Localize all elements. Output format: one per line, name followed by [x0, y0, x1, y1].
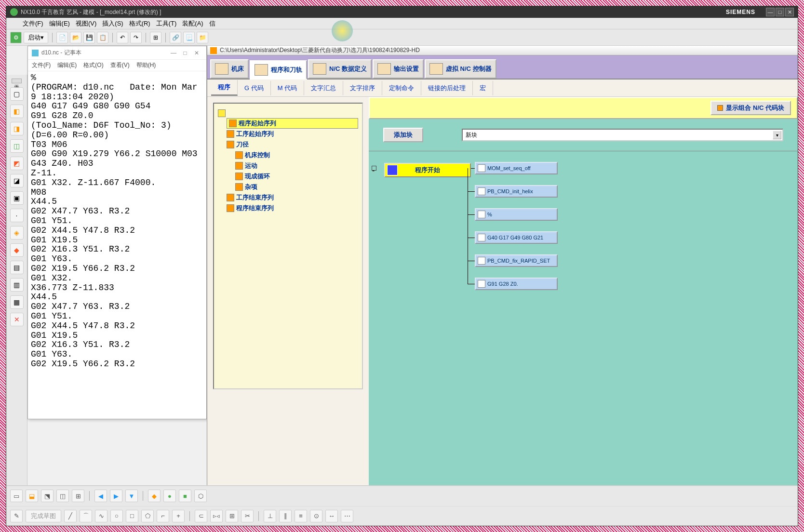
notepad-titlebar[interactable]: d10.nc - 记事本 — □ ✕ [28, 46, 206, 60]
menu-file[interactable]: 文件(F) [23, 19, 43, 28]
subtab-word-summary[interactable]: 文字汇总 [304, 81, 343, 95]
sequence-tree[interactable]: 程序起始序列 工序起始序列 刀径 机床控制 运动 现成循环 杂项 工序结束序列 … [213, 103, 363, 389]
np-menu-view[interactable]: 查看(V) [110, 61, 130, 69]
tb-shape1-icon[interactable]: ◆ [148, 490, 161, 502]
menu-view[interactable]: 视图(V) [76, 19, 96, 28]
block-g40-init[interactable]: G40 G17 G49 G80 G21 [475, 231, 558, 244]
menu-info[interactable]: 信 [209, 19, 215, 28]
tb-poly-icon[interactable]: ⬠ [141, 510, 154, 522]
sb-part-icon[interactable]: ▢ [10, 87, 24, 101]
block-fix-rapid[interactable]: PB_CMD_fix_RAPID_SET [475, 254, 558, 267]
sb-blank3-icon[interactable]: ▤ [10, 261, 24, 274]
subtab-macro[interactable]: 宏 [473, 81, 493, 95]
tb-constraint2-icon[interactable]: ∥ [279, 510, 292, 522]
tb-plus-icon[interactable]: + [172, 510, 185, 522]
menu-tools[interactable]: 工具(T) [156, 19, 177, 28]
open-file-icon[interactable]: 📂 [70, 32, 81, 43]
gear-icon[interactable]: ⚙ [10, 32, 22, 43]
selection-filter-label[interactable]: 无选 [12, 79, 22, 83]
sequence-diagram[interactable]: - 程序开始 MOM_set_seq_off PB_CMD_init_helix… [369, 151, 798, 501]
np-maximize-icon[interactable]: □ [179, 50, 191, 56]
subtab-program[interactable]: 程序 [211, 80, 238, 96]
sb-cube-icon[interactable]: ◫ [10, 139, 24, 153]
launch-button[interactable]: 启动 ▾ [24, 32, 48, 43]
tb-arc-icon[interactable]: ⌒ [80, 510, 92, 522]
tb-arrow-right-icon[interactable]: ▶ [110, 490, 122, 502]
tree-misc[interactable]: 杂项 [235, 182, 358, 192]
dropdown-arrow-icon[interactable]: ▾ [773, 131, 781, 139]
tb-shape4-icon[interactable]: ⬡ [194, 490, 207, 502]
block-percent[interactable]: % [475, 208, 558, 221]
tb-arrow-left-icon[interactable]: ◀ [94, 490, 107, 502]
doc-icon[interactable]: 📃 [183, 32, 195, 43]
tree-op-end[interactable]: 工序结束序列 [227, 192, 358, 203]
tree-canned-cycle[interactable]: 现成循环 [235, 171, 358, 182]
tb-constraint1-icon[interactable]: ⊥ [264, 510, 276, 522]
sb-assembly-icon[interactable]: ◩ [10, 157, 24, 170]
tb-dim-icon[interactable]: ↔ [325, 510, 338, 522]
tb-rect-icon[interactable]: ▭ [10, 490, 23, 502]
tree-op-start[interactable]: 工序起始序列 [227, 129, 358, 139]
notepad-text-content[interactable]: % (PROGRAM: d10.nc Date: Mon Mar 9 18:13… [28, 71, 206, 419]
tb-shape3-icon[interactable]: ■ [179, 490, 191, 502]
tb-rect2-icon[interactable]: □ [126, 510, 138, 522]
menu-edit[interactable]: 编辑(E) [49, 19, 70, 28]
tb-arrow-down-icon[interactable]: ▼ [125, 490, 138, 502]
tab-nc-data[interactable]: N/C 数据定义 [308, 59, 372, 79]
tb-pattern-icon[interactable]: ⊞ [226, 510, 238, 522]
subtab-custom-cmd[interactable]: 定制命令 [382, 81, 421, 95]
sb-dot-icon[interactable]: · [10, 209, 24, 222]
np-menu-edit[interactable]: 编辑(E) [57, 61, 77, 69]
link-icon[interactable]: 🔗 [170, 32, 181, 43]
sb-box-icon[interactable]: ◨ [10, 122, 24, 135]
menu-format[interactable]: 格式(R) [129, 19, 150, 28]
tb-fillet-icon[interactable]: ⌐ [157, 510, 169, 522]
save-icon[interactable]: 💾 [83, 32, 95, 43]
tab-machine[interactable]: 机床 [210, 59, 249, 79]
block-g91-g28[interactable]: G91 G28 Z0. [475, 278, 558, 290]
tree-program-end[interactable]: 程序结束序列 [227, 203, 358, 213]
sb-blank5-icon[interactable]: ▦ [10, 295, 24, 309]
display-combined-toggle[interactable]: 显示组合 N/C 代码块 [710, 101, 791, 115]
minimize-icon[interactable]: — [766, 8, 775, 16]
collapse-toggle-icon[interactable]: - [372, 166, 376, 171]
np-minimize-icon[interactable]: — [168, 50, 179, 56]
tree-root-icon[interactable] [218, 108, 358, 118]
tb-offset-icon[interactable]: ⊂ [195, 510, 207, 522]
add-block-button[interactable]: 添加块 [383, 128, 423, 142]
tb-app1-icon[interactable]: ⬓ [26, 490, 38, 502]
tb-circle-icon[interactable]: ○ [110, 510, 123, 522]
tab-output[interactable]: 输出设置 [373, 59, 424, 79]
pb-titlebar[interactable]: C:\Users\Administrator\Desktop\三菱新代自动换刀\… [207, 46, 798, 55]
save-as-icon[interactable]: 📋 [97, 32, 108, 43]
sb-layer-icon[interactable]: ◈ [10, 226, 24, 239]
sb-prism-icon[interactable]: ◆ [10, 243, 24, 257]
sb-pin-icon[interactable]: ✕ [10, 313, 24, 326]
tb-trim-icon[interactable]: ✂ [241, 510, 254, 522]
tab-program-toolpath[interactable]: 程序和刀轨 [250, 60, 307, 80]
finish-sketch-button[interactable]: 完成草图 [26, 510, 61, 522]
subtab-mcode[interactable]: M 代码 [271, 81, 304, 95]
tb-sketch-icon[interactable]: ✎ [10, 510, 23, 522]
tb-app3-icon[interactable]: ◫ [56, 490, 69, 502]
subtab-word-sequence[interactable]: 文字排序 [343, 81, 382, 95]
np-menu-format[interactable]: 格式(O) [83, 61, 103, 69]
tree-program-start[interactable]: 程序起始序列 [227, 118, 358, 129]
program-start-marker[interactable]: 程序开始 [384, 163, 471, 177]
new-file-icon[interactable]: 📄 [56, 32, 68, 43]
tree-toolpath[interactable]: 刀径 [227, 139, 358, 150]
sb-blank1-icon[interactable]: ◪ [10, 174, 24, 187]
block-init-helix[interactable]: PB_CMD_init_helix [475, 185, 558, 198]
subtab-linked-post[interactable]: 链接的后处理 [421, 81, 473, 95]
tb-line-icon[interactable]: ╱ [64, 510, 77, 522]
redo-icon[interactable]: ↷ [130, 32, 142, 43]
np-close-icon[interactable]: ✕ [191, 50, 202, 56]
tb-mirror-icon[interactable]: ▹◃ [210, 510, 223, 522]
tree-machine-control[interactable]: 机床控制 [235, 150, 358, 160]
undo-icon[interactable]: ↶ [117, 32, 128, 43]
tb-constraint4-icon[interactable]: ⊙ [310, 510, 322, 522]
block-mom-seq-off[interactable]: MOM_set_seq_off [475, 162, 558, 174]
close-icon[interactable]: ✕ [785, 8, 794, 16]
tree-motion[interactable]: 运动 [235, 160, 358, 171]
np-menu-help[interactable]: 帮助(H) [136, 61, 156, 69]
